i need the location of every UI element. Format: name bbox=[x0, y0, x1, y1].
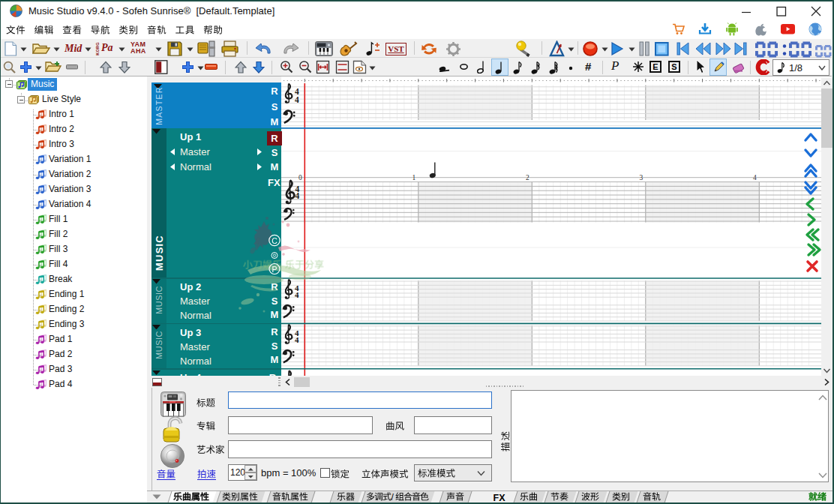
svg-text:1: 1 bbox=[412, 174, 416, 182]
svg-text:0: 0 bbox=[298, 174, 302, 182]
svg-text:4: 4 bbox=[753, 174, 757, 182]
svg-text:3: 3 bbox=[640, 174, 644, 182]
svg-text:4: 4 bbox=[295, 335, 299, 344]
svg-text:4: 4 bbox=[295, 290, 299, 299]
svg-text:4: 4 bbox=[296, 191, 300, 200]
svg-text:4: 4 bbox=[295, 95, 299, 104]
svg-text:2: 2 bbox=[526, 174, 530, 182]
